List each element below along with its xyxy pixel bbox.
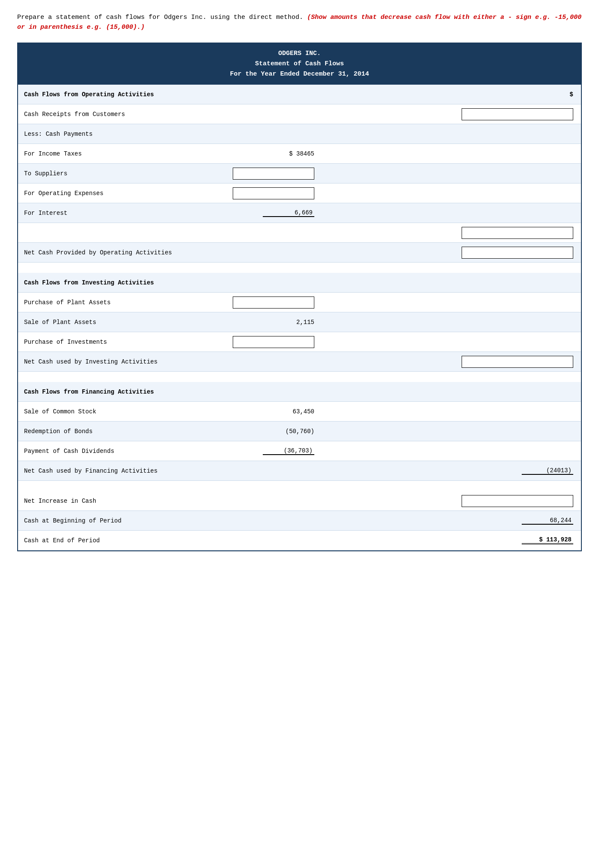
net-investing-input[interactable] — [462, 356, 573, 368]
header-line3: For the Year Ended December 31, 2014 — [22, 69, 577, 79]
cash-receipts-mid — [198, 111, 319, 118]
subtotal-mid — [198, 229, 319, 236]
operating-header-label: Cash Flows from Operating Activities — [18, 88, 198, 101]
operating-exp-right — [319, 190, 581, 197]
redemption-bonds-row: Redemption of Bonds (50,760) — [18, 422, 581, 441]
net-investing-right — [319, 352, 581, 371]
cash-end-right: $ 113,928 — [319, 533, 581, 548]
net-operating-mid — [198, 249, 319, 256]
cash-dividends-mid: (36,703) — [198, 444, 319, 458]
purchase-invest-input[interactable] — [233, 336, 314, 348]
net-investing-label: Net Cash used by Investing Activities — [18, 355, 198, 369]
redemption-bonds-right — [319, 428, 581, 435]
suppliers-mid — [198, 164, 319, 183]
purchase-plant-input[interactable] — [233, 296, 314, 309]
net-increase-input[interactable] — [462, 495, 573, 507]
interest-value: 6,669 — [263, 209, 314, 217]
cash-end-label: Cash at End of Period — [18, 534, 198, 547]
investing-header-right — [319, 279, 581, 286]
interest-label: For Interest — [18, 206, 198, 220]
sale-plant-mid: 2,115 — [198, 315, 319, 329]
cash-beginning-row: Cash at Beginning of Period 68,244 — [18, 511, 581, 531]
purchase-invest-right — [319, 339, 581, 345]
cash-receipts-row: Cash Receipts from Customers — [18, 104, 581, 124]
purchase-invest-mid — [198, 333, 319, 351]
less-cash-row: Less: Cash Payments — [18, 124, 581, 144]
less-cash-mid — [198, 131, 319, 138]
interest-right — [319, 210, 581, 217]
operating-exp-label: For Operating Expenses — [18, 186, 198, 200]
subtotal-input[interactable] — [462, 227, 573, 239]
cash-end-value: $ 113,928 — [522, 536, 573, 544]
net-increase-label: Net Increase in Cash — [18, 494, 198, 508]
financing-header-right — [319, 388, 581, 395]
intro-main: Prepare a statement of cash flows for Od… — [17, 14, 307, 21]
subtotal-right — [319, 223, 581, 242]
subtotal-row — [18, 223, 581, 243]
cash-beginning-right: 68,244 — [319, 513, 581, 528]
common-stock-row: Sale of Common Stock 63,450 — [18, 402, 581, 422]
purchase-plant-label: Purchase of Plant Assets — [18, 296, 198, 309]
less-cash-label: Less: Cash Payments — [18, 127, 198, 141]
cash-dividends-row: Payment of Cash Dividends (36,703) — [18, 441, 581, 461]
purchase-plant-row: Purchase of Plant Assets — [18, 293, 581, 312]
net-operating-input[interactable] — [462, 247, 573, 259]
net-operating-label: Net Cash Provided by Operating Activitie… — [18, 246, 198, 260]
gap-2 — [18, 372, 581, 382]
net-financing-right: (24013) — [319, 464, 581, 478]
financing-header-label: Cash Flows from Financing Activities — [18, 385, 198, 399]
redemption-bonds-label: Redemption of Bonds — [18, 425, 198, 438]
operating-exp-input[interactable] — [233, 187, 314, 199]
investing-header-row: Cash Flows from Investing Activities — [18, 273, 581, 293]
common-stock-value: 63,450 — [293, 408, 314, 415]
cash-dividends-value: (36,703) — [263, 447, 314, 455]
operating-header-row: Cash Flows from Operating Activities $ — [18, 85, 581, 104]
common-stock-label: Sale of Common Stock — [18, 405, 198, 419]
net-operating-right — [319, 243, 581, 262]
net-operating-row: Net Cash Provided by Operating Activitie… — [18, 243, 581, 263]
cash-beginning-label: Cash at Beginning of Period — [18, 514, 198, 528]
suppliers-right — [319, 170, 581, 177]
dollar-sign-top: $ — [570, 91, 573, 98]
cash-beginning-value: 68,244 — [522, 517, 573, 525]
cash-dividends-right — [319, 448, 581, 455]
cash-receipts-input[interactable] — [462, 108, 573, 120]
financing-header-mid — [198, 388, 319, 395]
header-line2: Statement of Cash Flows — [22, 59, 577, 69]
table-header: ODGERS INC. Statement of Cash Flows For … — [18, 43, 581, 85]
gap-3 — [18, 481, 581, 491]
sale-plant-row: Sale of Plant Assets 2,115 — [18, 312, 581, 332]
suppliers-input[interactable] — [233, 168, 314, 180]
operating-header-mid — [198, 91, 319, 98]
purchase-invest-row: Purchase of Investments — [18, 332, 581, 352]
gap-1 — [18, 263, 581, 273]
income-taxes-value: $ 38465 — [289, 150, 314, 157]
operating-exp-row: For Operating Expenses — [18, 183, 581, 203]
net-investing-mid — [198, 358, 319, 365]
subtotal-label — [18, 229, 198, 236]
net-financing-row: Net Cash used by Financing Activities (2… — [18, 461, 581, 481]
common-stock-mid: 63,450 — [198, 405, 319, 419]
purchase-plant-right — [319, 299, 581, 306]
financing-header-row: Cash Flows from Financing Activities — [18, 382, 581, 402]
header-line1: ODGERS INC. — [22, 49, 577, 59]
sale-plant-right — [319, 319, 581, 326]
income-taxes-row: For Income Taxes $ 38465 — [18, 144, 581, 164]
income-taxes-right — [319, 150, 581, 157]
cash-receipts-right — [319, 105, 581, 124]
interest-row: For Interest 6,669 — [18, 203, 581, 223]
suppliers-label: To Suppliers — [18, 167, 198, 180]
net-investing-row: Net Cash used by Investing Activities — [18, 352, 581, 372]
redemption-bonds-value: (50,760) — [286, 428, 314, 435]
investing-header-label: Cash Flows from Investing Activities — [18, 276, 198, 290]
suppliers-row: To Suppliers — [18, 164, 581, 183]
purchase-plant-mid — [198, 293, 319, 312]
sale-plant-value: 2,115 — [296, 319, 314, 326]
investing-header-mid — [198, 279, 319, 286]
net-increase-row: Net Increase in Cash — [18, 491, 581, 511]
net-financing-label: Net Cash used by Financing Activities — [18, 464, 198, 478]
operating-header-right: $ — [319, 88, 581, 101]
cash-beginning-mid — [198, 517, 319, 524]
operating-exp-mid — [198, 184, 319, 203]
redemption-bonds-mid: (50,760) — [198, 425, 319, 438]
